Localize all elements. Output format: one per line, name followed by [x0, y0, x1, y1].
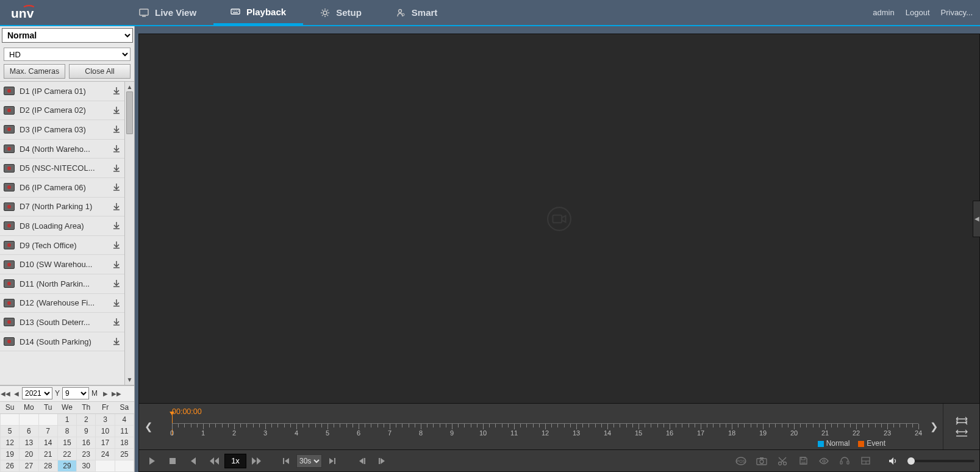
download-icon[interactable] — [112, 337, 121, 346]
cal-day[interactable]: 20 — [20, 449, 38, 460]
rewind-button[interactable] — [204, 452, 224, 470]
cal-day[interactable]: 22 — [57, 449, 76, 460]
cal-day[interactable]: 27 — [20, 460, 38, 472]
tab-playback[interactable]: Playback — [213, 0, 303, 25]
cal-day[interactable]: 11 — [115, 426, 134, 437]
camera-row[interactable]: D1 (IP Camera 01) — [0, 82, 124, 101]
step-interval-select[interactable]: 30s — [296, 452, 322, 470]
download-icon[interactable] — [112, 241, 121, 249]
frame-forward-button[interactable] — [372, 452, 393, 470]
tab-setup[interactable]: Setup — [303, 0, 379, 25]
camera-row[interactable]: D10 (SW Warehou... — [0, 255, 124, 274]
camera-row[interactable]: D2 (IP Camera 02) — [0, 101, 124, 121]
fisheye-icon[interactable] — [814, 452, 834, 470]
timeline-body[interactable]: 00:00:00 0123456789101112131415161718192… — [157, 404, 925, 449]
download-icon[interactable] — [112, 145, 121, 153]
mode-select[interactable]: Normal — [2, 28, 133, 43]
jump-back-button[interactable] — [276, 452, 296, 470]
frame-back-button[interactable] — [351, 452, 372, 470]
cal-day[interactable]: 5 — [1, 426, 20, 437]
download-icon[interactable] — [112, 202, 121, 211]
camera-row[interactable]: D5 (NSC-NITECOL... — [0, 159, 124, 178]
timeline-next[interactable]: ❯ — [925, 404, 943, 449]
download-icon[interactable] — [112, 318, 121, 326]
cal-day[interactable]: 29 — [57, 460, 76, 472]
cal-prev[interactable]: ◀ — [11, 387, 22, 400]
download-icon[interactable] — [112, 260, 121, 269]
download-icon[interactable] — [112, 299, 121, 307]
snapshot-icon[interactable] — [751, 452, 772, 470]
camera-row[interactable]: D4 (North Wareho... — [0, 140, 124, 159]
cal-day[interactable]: 26 — [1, 460, 20, 472]
download-icon[interactable] — [112, 164, 121, 173]
video-viewport[interactable]: ◀ — [139, 34, 979, 403]
cal-month-select[interactable]: 9 — [62, 387, 89, 399]
cal-day[interactable]: 28 — [38, 460, 57, 472]
speed-indicator[interactable]: 1x — [224, 454, 246, 468]
camera-scrollbar[interactable]: ▲ ▼ — [124, 82, 134, 385]
camera-row[interactable]: D3 (IP Camera 03) — [0, 120, 124, 140]
scroll-down-icon[interactable]: ▼ — [125, 375, 134, 385]
clip-icon[interactable] — [772, 452, 793, 470]
quality-select[interactable]: HD — [4, 48, 131, 61]
fastforward-button[interactable] — [246, 452, 267, 470]
cal-day[interactable]: 25 — [115, 449, 134, 460]
cal-day[interactable]: 10 — [96, 426, 115, 437]
tab-smart[interactable]: Smart — [379, 0, 455, 25]
download-icon[interactable] — [112, 279, 121, 288]
cal-day[interactable]: 1 — [57, 414, 76, 426]
scroll-up-icon[interactable]: ▲ — [125, 82, 134, 91]
download-icon[interactable] — [112, 106, 121, 115]
camera-row[interactable]: D14 (South Parking) — [0, 332, 124, 352]
cal-year-select[interactable]: 2021 — [22, 387, 52, 399]
cal-day[interactable]: 30 — [77, 460, 96, 472]
play-button[interactable] — [141, 452, 162, 470]
camera-row[interactable]: D7 (North Parking 1) — [0, 198, 124, 217]
step-back-button[interactable] — [183, 452, 204, 470]
cal-day[interactable]: 6 — [20, 426, 38, 437]
save-icon[interactable] — [793, 452, 814, 470]
pos-tag-icon[interactable]: POS — [731, 452, 751, 470]
camera-row[interactable]: D9 (Tech Office) — [0, 236, 124, 256]
cal-day[interactable]: 18 — [115, 437, 134, 449]
cal-day[interactable]: 24 — [96, 449, 115, 460]
cal-day[interactable]: 17 — [96, 437, 115, 449]
tab-liveview[interactable]: Live View — [122, 0, 213, 25]
camera-row[interactable]: D11 (North Parkin... — [0, 274, 124, 294]
privacy-link[interactable]: Privacy... — [941, 8, 973, 17]
cal-next[interactable]: ▶ — [100, 387, 111, 400]
logout-link[interactable]: Logout — [906, 8, 930, 17]
download-icon[interactable] — [112, 221, 121, 230]
timeline-prev[interactable]: ❮ — [139, 404, 157, 449]
cal-day[interactable]: 16 — [77, 437, 96, 449]
cal-day[interactable]: 19 — [1, 449, 20, 460]
stop-button[interactable] — [162, 452, 183, 470]
cal-day[interactable]: 13 — [20, 437, 38, 449]
cal-day[interactable]: 4 — [115, 414, 134, 426]
download-icon[interactable] — [112, 87, 121, 95]
cal-day[interactable]: 15 — [57, 437, 76, 449]
layout-icon[interactable] — [855, 452, 876, 470]
download-icon[interactable] — [112, 125, 121, 134]
cal-day[interactable]: 2 — [77, 414, 96, 426]
cal-day[interactable]: 3 — [96, 414, 115, 426]
cal-day[interactable]: 23 — [77, 449, 96, 460]
cal-day[interactable]: 12 — [1, 437, 20, 449]
zoom-fit-icon[interactable] — [956, 417, 968, 425]
volume-icon[interactable] — [883, 452, 904, 470]
user-link[interactable]: admin — [873, 8, 894, 17]
collapse-panel-button[interactable]: ◀ — [973, 201, 980, 237]
camera-row[interactable]: D6 (IP Camera 06) — [0, 178, 124, 198]
cal-day[interactable]: 7 — [38, 426, 57, 437]
cal-day[interactable]: 21 — [38, 449, 57, 460]
camera-row[interactable]: D13 (South Deterr... — [0, 313, 124, 332]
cal-year-next-fast[interactable]: ▶▶ — [111, 387, 122, 400]
close-all-button[interactable]: Close All — [69, 64, 131, 79]
cal-day[interactable]: 14 — [38, 437, 57, 449]
audio-talk-icon[interactable] — [834, 452, 855, 470]
download-icon[interactable] — [112, 183, 121, 191]
camera-row[interactable]: D8 (Loading Area) — [0, 216, 124, 236]
volume-slider[interactable] — [907, 460, 975, 462]
cal-day[interactable]: 8 — [57, 426, 76, 437]
zoom-range-icon[interactable] — [956, 429, 968, 437]
